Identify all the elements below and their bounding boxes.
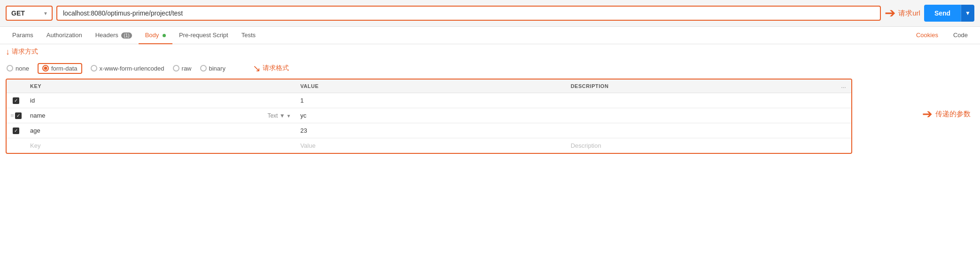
table-row: age 23 [7, 123, 851, 138]
radio-none-label: none [16, 65, 29, 72]
row2-value[interactable]: yc [296, 108, 566, 123]
row1-actions [836, 97, 851, 104]
th-key: KEY [25, 80, 296, 93]
tab-headers[interactable]: Headers (1) [89, 27, 139, 44]
params-annotation: ➔ 传递的参数 [922, 107, 971, 121]
request-method-annotation-row: ↓ 请求方式 [0, 45, 980, 58]
row1-description[interactable] [566, 97, 836, 104]
radio-raw-label: raw [182, 65, 192, 72]
radio-urlencoded[interactable]: x-www-form-urlencoded [91, 65, 164, 72]
placeholder-description[interactable]: Description [566, 138, 836, 153]
tabs-row: Params Authorization Headers (1) Body Pr… [0, 27, 980, 44]
method-dropdown[interactable]: GET POST PUT DELETE PATCH [11, 9, 47, 17]
request-format-label: 请求格式 [263, 64, 289, 72]
table-header: KEY VALUE DESCRIPTION … [7, 80, 851, 93]
request-method-label: 请求方式 [12, 48, 38, 56]
tab-code[interactable]: Code [947, 27, 974, 44]
row3-checkbox[interactable] [13, 128, 19, 134]
radio-none-circle [7, 65, 13, 72]
row3-checkbox-cell [7, 124, 25, 138]
row2-key[interactable]: name Text ▼ [25, 108, 296, 123]
headers-badge: (1) [121, 32, 132, 39]
row2-checkbox-cell: ≡ [7, 108, 25, 123]
row2-description[interactable] [566, 112, 836, 120]
th-checkbox [7, 80, 25, 93]
radio-binary-label: binary [209, 65, 226, 72]
tab-pre-request[interactable]: Pre-request Script [172, 27, 235, 44]
table-row: id 1 [7, 93, 851, 108]
placeholder-value[interactable]: Value [296, 138, 566, 153]
url-annotation: ➔ 请求url [885, 6, 920, 21]
body-options-row: none form-data x-www-form-urlencoded raw… [0, 58, 980, 79]
row3-actions [836, 127, 851, 135]
row2-actions [836, 112, 851, 120]
radio-urlencoded-label: x-www-form-urlencoded [100, 65, 164, 72]
radio-form-data-circle [42, 65, 49, 72]
tabs-right: Cookies Code [910, 27, 974, 44]
tab-body[interactable]: Body [139, 27, 172, 44]
table-row: ≡ name Text ▼ yc [7, 108, 851, 123]
radio-none[interactable]: none [7, 65, 29, 72]
top-bar: GET POST PUT DELETE PATCH localhost:8080… [0, 0, 980, 27]
row3-key[interactable]: age [25, 123, 296, 138]
request-method-annotation: ↓ 请求方式 [6, 48, 38, 56]
send-dropdown-button[interactable]: ▼ [961, 5, 974, 22]
tab-cookies[interactable]: Cookies [910, 27, 945, 44]
radio-binary[interactable]: binary [200, 65, 226, 72]
body-dot [163, 34, 166, 37]
row2-checkbox[interactable] [15, 112, 22, 119]
tab-authorization[interactable]: Authorization [40, 27, 89, 44]
row3-description[interactable] [566, 127, 836, 135]
method-select[interactable]: GET POST PUT DELETE PATCH [6, 6, 53, 21]
radio-raw[interactable]: raw [173, 65, 192, 72]
arrow-right-icon: ➔ [885, 7, 895, 20]
drag-icon: ≡ [10, 112, 14, 119]
url-input[interactable]: localhost:8080/optimus-prime/project/tes… [63, 9, 874, 17]
request-format-annotation: ↘ 请求格式 [253, 63, 289, 74]
radio-binary-circle [200, 65, 207, 72]
row1-value[interactable]: 1 [296, 93, 566, 108]
row2-type[interactable]: Text ▼ [267, 112, 291, 119]
arrow-left-icon: ➔ [922, 107, 933, 121]
params-table: KEY VALUE DESCRIPTION … id 1 ≡ [6, 79, 852, 154]
radio-form-data-label: form-data [51, 65, 78, 72]
tab-tests[interactable]: Tests [235, 27, 262, 44]
placeholder-checkbox-cell [7, 142, 25, 150]
placeholder-row: Key Value Description [7, 138, 851, 153]
table-section: KEY VALUE DESCRIPTION … id 1 ≡ [0, 79, 980, 155]
row3-value[interactable]: 23 [296, 123, 566, 138]
placeholder-key[interactable]: Key [25, 138, 296, 153]
th-value: VALUE [296, 80, 566, 93]
url-input-wrap: localhost:8080/optimus-prime/project/tes… [56, 6, 881, 21]
row1-key[interactable]: id [25, 93, 296, 108]
row1-checkbox[interactable] [13, 97, 19, 104]
arrow-down-right-icon: ↘ [253, 63, 261, 74]
tabs-annotation-wrapper: Params Authorization Headers (1) Body Pr… [0, 27, 980, 45]
radio-form-data[interactable]: form-data [38, 63, 82, 74]
send-button-group: Send ▼ [924, 5, 974, 22]
placeholder-actions [836, 142, 851, 150]
radio-urlencoded-circle [91, 65, 97, 72]
tab-params[interactable]: Params [6, 27, 40, 44]
url-label: 请求url [898, 9, 920, 18]
send-button[interactable]: Send [924, 5, 961, 22]
th-description: DESCRIPTION [566, 80, 836, 93]
params-label: 传递的参数 [935, 110, 971, 119]
radio-raw-circle [173, 65, 179, 72]
row1-checkbox-cell [7, 94, 25, 108]
down-arrow-icon: ↓ [6, 48, 10, 56]
th-actions: … [836, 80, 851, 93]
